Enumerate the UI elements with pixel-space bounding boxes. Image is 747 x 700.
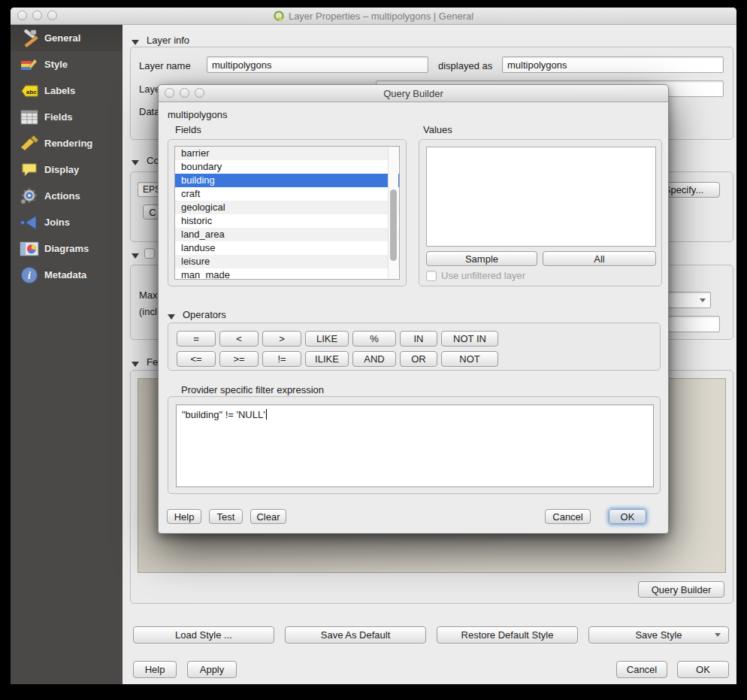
dialog-test-button[interactable]: Test <box>209 509 243 524</box>
table-icon <box>19 108 40 127</box>
cancel-button[interactable]: Cancel <box>616 661 667 678</box>
operator-button-not[interactable]: NOT <box>441 351 498 367</box>
save-style-button[interactable]: Save Style <box>588 626 729 644</box>
dialog-help-button[interactable]: Help <box>167 509 201 524</box>
operator-button-[interactable]: = <box>177 331 216 347</box>
field-row-geological[interactable]: geological <box>175 201 399 214</box>
field-row-land_area[interactable]: land_area <box>175 228 399 241</box>
sidebar: GeneralStyleabcLabelsFieldsRenderingDisp… <box>11 25 122 684</box>
operator-button-[interactable]: >= <box>219 351 259 367</box>
fields-scrollbar[interactable] <box>388 147 398 278</box>
text-caret <box>266 409 267 420</box>
displayed-as-input[interactable]: multipolygons <box>502 56 724 73</box>
operator-button-[interactable]: < <box>219 331 259 347</box>
save-as-default-button[interactable]: Save As Default <box>285 626 426 644</box>
data-source-encoding-label: Data <box>139 106 159 117</box>
features-disclosure[interactable] <box>132 358 139 369</box>
sidebar-item-label: Actions <box>44 190 80 202</box>
fields-list[interactable]: barrierboundarybuildingcraftgeologicalhi… <box>174 146 400 280</box>
info-circle-icon: i <box>19 265 40 285</box>
sidebar-item-diagrams[interactable]: Diagrams <box>11 235 122 262</box>
sidebar-item-display[interactable]: Display <box>11 156 122 183</box>
operator-button-or[interactable]: OR <box>400 351 437 367</box>
scale-disclosure[interactable] <box>132 250 139 261</box>
operator-button-not-in[interactable]: NOT IN <box>441 331 498 347</box>
operator-button-like[interactable]: LIKE <box>305 331 349 347</box>
sidebar-item-actions[interactable]: Actions <box>11 183 122 209</box>
field-row-landuse[interactable]: landuse <box>175 241 399 255</box>
operator-button-in[interactable]: IN <box>400 331 437 347</box>
query-builder-button[interactable]: Query Builder <box>638 581 724 598</box>
sidebar-item-label: Display <box>44 164 79 175</box>
all-button[interactable]: All <box>543 251 656 266</box>
field-row-leisure[interactable]: leisure <box>175 255 399 268</box>
sidebar-item-labels[interactable]: abcLabels <box>11 77 122 104</box>
sidebar-item-label: Fields <box>44 111 73 123</box>
operator-button-[interactable]: <= <box>177 351 216 367</box>
field-row-barrier[interactable]: barrier <box>175 147 399 160</box>
field-row-boundary[interactable]: boundary <box>175 160 399 174</box>
values-label: Values <box>423 124 452 135</box>
displayed-as-label: displayed as <box>438 60 492 71</box>
chevron-down-icon <box>715 633 721 637</box>
values-groupbox: Sample All Use unfiltered layer <box>419 139 662 286</box>
load-style-button[interactable]: Load Style ... <box>133 626 274 644</box>
sidebar-item-general[interactable]: General <box>11 25 122 51</box>
operator-button-[interactable]: % <box>352 331 396 347</box>
filter-expression-label: Provider specific filter expression <box>181 384 324 395</box>
sidebar-item-label: Rendering <box>44 138 92 149</box>
sidebar-item-rendering[interactable]: Rendering <box>11 130 122 156</box>
dialog-cancel-button[interactable]: Cancel <box>545 509 591 524</box>
dialog-clear-button[interactable]: Clear <box>250 509 286 524</box>
layer-name-input[interactable]: multipolygons <box>207 56 428 73</box>
sidebar-item-label: Style <box>44 59 68 70</box>
operators-disclosure[interactable] <box>168 311 175 322</box>
svg-text:abc: abc <box>26 88 37 95</box>
sidebar-item-label: Metadata <box>44 269 86 280</box>
filter-expression-text: "building" != 'NULL' <box>182 409 265 420</box>
sidebar-item-fields[interactable]: Fields <box>11 104 122 130</box>
scrollbar-thumb[interactable] <box>390 189 397 261</box>
sidebar-item-style[interactable]: Style <box>11 51 122 77</box>
restore-default-style-button[interactable]: Restore Default Style <box>437 626 578 644</box>
sidebar-item-joins[interactable]: Joins <box>11 209 122 235</box>
filter-expression-textarea[interactable]: "building" != 'NULL' <box>176 405 654 487</box>
max-scale-label: Max <box>139 289 158 301</box>
layer-source-label: Laye <box>139 83 160 95</box>
crs-disclosure[interactable] <box>132 156 139 168</box>
operator-button-[interactable]: > <box>262 331 301 347</box>
speech-bubble-icon <box>19 160 40 180</box>
operator-button-ilike[interactable]: ILIKE <box>305 351 349 367</box>
field-row-man_made[interactable]: man_made <box>175 268 399 280</box>
layer-name-label: Layer name <box>139 60 191 71</box>
layer-info-header: Layer info <box>147 35 189 46</box>
window-titlebar[interactable]: Layer Properties – multipolygons | Gener… <box>11 8 736 25</box>
ok-button[interactable]: OK <box>677 661 729 678</box>
field-row-historic[interactable]: historic <box>175 214 399 228</box>
operator-button-[interactable]: != <box>262 351 301 367</box>
datasource-label: multipolygons <box>168 109 228 120</box>
values-list[interactable] <box>426 147 656 247</box>
scale-visibility-checkbox[interactable] <box>144 248 155 259</box>
style-brush-icon <box>19 55 40 74</box>
filter-groupbox: "building" != 'NULL' <box>168 396 661 494</box>
use-unfiltered-checkbox[interactable] <box>426 271 437 281</box>
field-row-building[interactable]: building <box>175 174 399 187</box>
field-row-craft[interactable]: craft <box>175 187 399 201</box>
operator-button-and[interactable]: AND <box>352 351 396 367</box>
dialog-titlebar[interactable]: Query Builder <box>159 85 668 102</box>
sample-button[interactable]: Sample <box>426 251 537 266</box>
render-brush-icon <box>19 134 40 153</box>
sidebar-items: GeneralStyleabcLabelsFieldsRenderingDisp… <box>11 25 122 288</box>
help-button[interactable]: Help <box>133 661 177 678</box>
use-unfiltered-label: Use unfiltered layer <box>441 270 525 281</box>
qgis-icon <box>274 11 285 22</box>
query-builder-dialog: Query Builder multipolygons Fields barri… <box>158 84 669 534</box>
sidebar-item-label: Diagrams <box>44 243 89 254</box>
dialog-ok-button[interactable]: OK <box>609 509 646 524</box>
sidebar-item-metadata[interactable]: iMetadata <box>11 262 122 288</box>
chevron-down-icon <box>700 298 706 302</box>
apply-button[interactable]: Apply <box>187 661 237 678</box>
tools-icon <box>19 29 40 48</box>
layer-info-disclosure[interactable] <box>132 36 139 47</box>
